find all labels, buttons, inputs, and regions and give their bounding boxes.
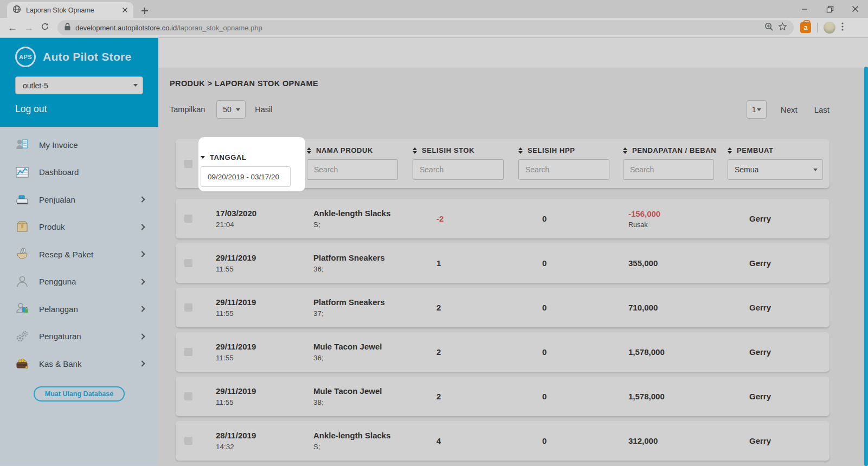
sidebar-item-resep-paket[interactable]: Resep & Paket (0, 241, 158, 268)
new-tab-button[interactable] (141, 7, 149, 15)
dashboard-icon (14, 165, 30, 180)
sort-icon[interactable] (623, 147, 627, 154)
row-selisih-stok: 2 (413, 347, 518, 357)
sidebar-item-kas-bank[interactable]: Kas & Bank (0, 350, 158, 378)
table-row[interactable]: 17/03/202021:04 Ankle-length SlacksS; -2… (176, 199, 830, 238)
row-amount: 710,000 (628, 303, 728, 312)
minimize-icon[interactable] (792, 0, 817, 18)
search-nama-produk[interactable] (307, 159, 398, 180)
row-checkbox[interactable] (184, 303, 192, 312)
column-header-pembuat[interactable]: PEMBUAT (728, 146, 830, 154)
row-product: Platform Sneakers (313, 297, 413, 307)
column-selisih-hpp: SELISIH HPP (518, 139, 623, 188)
row-variant: 37; (313, 309, 413, 318)
sort-desc-icon[interactable] (201, 156, 205, 159)
row-time: 11:55 (216, 265, 307, 273)
row-selisih-stok: 2 (413, 392, 518, 401)
column-header-pendapatan-beban[interactable]: PENDAPATAN / BEBAN (623, 146, 728, 154)
forward-icon[interactable]: → (21, 22, 37, 34)
outlet-selector[interactable]: outlet-5 (15, 76, 143, 94)
back-icon[interactable]: ← (4, 22, 21, 34)
table-row[interactable]: 29/11/201911:55 Mule Tacon Jewel38; 2 0 … (176, 377, 830, 416)
sidebar-item-dashboard[interactable]: Dashboard (0, 159, 158, 186)
reload-icon[interactable] (37, 22, 53, 34)
column-tanggal: TANGGAL (201, 139, 307, 188)
sidebar-item-pengaturan[interactable]: Pengaturan (0, 323, 158, 351)
customer-icon (14, 301, 30, 316)
toolbar-right-icons: a (800, 22, 844, 34)
results-label: Hasil (255, 105, 272, 114)
pembuat-filter-select[interactable]: Semua (728, 159, 823, 180)
url-text: development.autopilotstore.co.id/laporan… (75, 24, 760, 32)
column-header-selisih-stok[interactable]: SELISIH STOK (413, 146, 518, 154)
row-checkbox[interactable] (184, 215, 192, 223)
column-header-tanggal[interactable]: TANGGAL (201, 153, 307, 161)
sidebar-item-label: Penjualan (39, 195, 131, 204)
row-time: 14:32 (216, 443, 307, 451)
row-checkbox[interactable] (184, 437, 192, 445)
row-date: 29/11/2019 (216, 342, 307, 351)
table-row[interactable]: 29/11/201911:55 Mule Tacon Jewel36; 2 0 … (176, 332, 830, 372)
sidebar-item-pelanggan[interactable]: Pelanggan (0, 295, 158, 323)
url-path: /laporan_stok_opname.php (177, 24, 262, 32)
date-range-filter[interactable] (201, 166, 291, 187)
table-row[interactable]: 29/11/201911:55 Platform Sneakers37; 2 0… (176, 288, 830, 327)
sidebar-item-produk[interactable]: Produk (0, 213, 158, 241)
page-number-value: 1 (752, 105, 756, 114)
sort-icon[interactable] (413, 147, 417, 154)
search-selisih-hpp[interactable] (518, 159, 609, 180)
row-checkbox[interactable] (184, 259, 192, 267)
sort-icon[interactable] (307, 147, 311, 154)
page-scrollbar[interactable] (864, 67, 868, 466)
search-pendapatan-beban[interactable] (623, 159, 714, 180)
row-author: Gerry (728, 392, 830, 401)
sidebar-item-penjualan[interactable]: Penjualan (0, 186, 158, 213)
logout-link[interactable]: Log out (15, 103, 143, 115)
table-row[interactable]: 29/11/201911:55 Platform Sneakers36; 1 0… (176, 243, 830, 283)
column-header-nama-produk[interactable]: NAMA PRODUK (307, 146, 413, 154)
pagination-next[interactable]: Next (781, 105, 798, 114)
row-time: 11:55 (216, 309, 307, 318)
site-header-band (158, 38, 868, 68)
column-header-selisih-hpp[interactable]: SELISIH HPP (518, 146, 623, 154)
page-size-select[interactable]: 50 (216, 100, 246, 119)
row-checkbox[interactable] (184, 392, 192, 400)
sidebar-item-my-invoice[interactable]: My Invoice (0, 131, 158, 159)
address-bar[interactable]: development.autopilotstore.co.id/laporan… (57, 20, 794, 35)
window-controls (792, 0, 868, 18)
chevron-right-icon (139, 306, 145, 312)
outlet-selector-value: outlet-5 (23, 81, 48, 90)
row-variant: 36; (313, 354, 413, 362)
row-product: Platform Sneakers (313, 253, 413, 262)
row-product: Ankle-length Slacks (313, 209, 413, 218)
sidebar-item-pengguna[interactable]: Pengguna (0, 268, 158, 296)
kebab-menu-icon[interactable] (841, 22, 844, 33)
zoom-icon[interactable] (764, 22, 774, 34)
restore-icon[interactable] (817, 0, 843, 18)
sort-icon[interactable] (728, 147, 732, 154)
row-selisih-hpp: 0 (518, 392, 623, 401)
row-author: Gerry (728, 436, 830, 445)
sidebar-item-label: Pengaturan (39, 332, 131, 341)
row-time: 11:55 (216, 354, 307, 362)
row-selisih-hpp: 0 (518, 303, 623, 312)
page-number-select[interactable]: 1 (747, 100, 767, 119)
reload-database-button[interactable]: Muat Ulang Database (34, 386, 125, 402)
row-author: Gerry (728, 214, 830, 223)
close-icon[interactable] (843, 0, 868, 18)
select-all-checkbox[interactable] (184, 160, 192, 168)
sidebar-item-label: Pengguna (39, 277, 131, 286)
row-author: Gerry (728, 258, 830, 268)
search-selisih-stok[interactable] (413, 159, 504, 180)
bookmark-star-icon[interactable] (778, 22, 787, 34)
sort-icon[interactable] (518, 147, 523, 154)
pagination-last[interactable]: Last (814, 105, 830, 114)
browser-tab[interactable]: Laporan Stok Opname (7, 2, 133, 18)
row-selisih-hpp: 0 (518, 436, 623, 445)
row-checkbox[interactable] (184, 348, 192, 356)
tab-close-icon[interactable] (122, 7, 128, 13)
table-row[interactable]: 28/11/201914:32 Ankle-length SlacksS; 4 … (176, 421, 830, 461)
extension-bag-icon[interactable]: a (800, 22, 811, 33)
avatar[interactable] (824, 22, 835, 34)
chevron-right-icon (139, 333, 145, 339)
